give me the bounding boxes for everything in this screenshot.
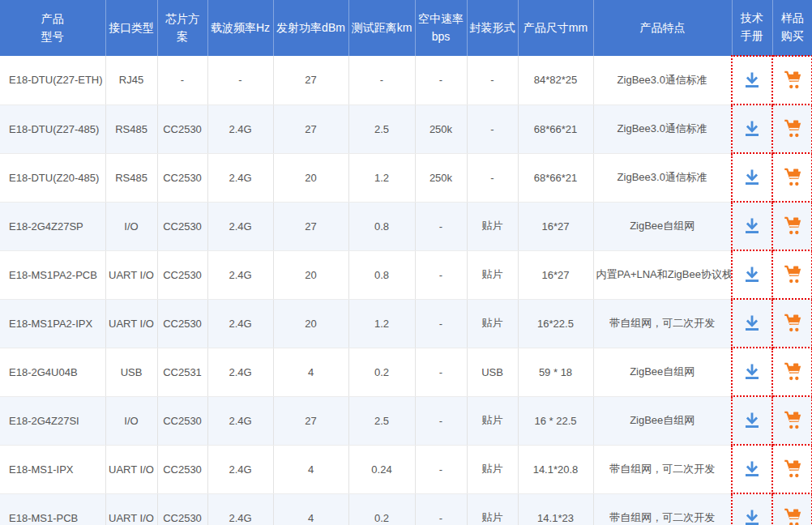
cell-power: 20 [273,299,348,348]
cell-package: - [467,56,518,105]
buy-sample-button[interactable] [773,251,811,298]
download-manual-button[interactable] [733,57,771,104]
cell-distance: 2.5 [348,396,415,445]
column-header-feature: 产品特点 [593,0,732,56]
column-header-power: 发射功率dBm [273,0,348,56]
cell-interface: I/O [105,396,157,445]
cell-air-rate: - [415,56,467,105]
cell-carrier: 2.4G [207,348,273,396]
cell-carrier: 2.4G [207,493,273,525]
cell-interface: UART I/O [105,250,157,299]
column-header-buy: 样品 购买 [772,0,812,56]
table-row: E18-2G4Z27SI I/O CC2530 2.4G 27 2.5 - 贴片… [0,396,812,445]
download-icon [741,264,763,285]
cell-interface: RJ45 [105,56,157,105]
cell-feature: 带自组网，可二次开发 [593,445,732,493]
cell-package: - [467,153,518,202]
cell-model: E18-MS1PA2-PCB [0,250,105,299]
cell-feature: ZigBee3.0通信标准 [593,56,732,105]
cell-feature: ZigBee自组网 [593,396,732,445]
buy-sample-button[interactable] [773,203,811,250]
cart-icon [782,410,803,431]
cell-air-rate: - [415,396,467,445]
table-body: E18-DTU(Z27-ETH) RJ45 - - 27 - - - 84*82… [0,56,812,525]
cell-carrier: 2.4G [207,250,273,299]
download-icon [741,167,763,188]
download-manual-button[interactable] [733,154,771,201]
table-row: E18-DTU(Z27-485) RS485 CC2530 2.4G 27 2.… [0,105,812,153]
download-manual-button[interactable] [733,397,771,444]
table-row: E18-MS1PA2-PCB UART I/O CC2530 2.4G 20 0… [0,250,812,299]
cell-feature: 带自组网，可二次开发 [593,299,732,348]
download-manual-button[interactable] [733,348,771,395]
cell-model: E18-DTU(Z27-ETH) [0,56,105,105]
cell-air-rate: - [415,250,467,299]
buy-sample-button[interactable] [773,105,811,152]
cell-distance: 0.24 [348,445,415,493]
download-icon [741,410,763,431]
cell-model: E18-MS1PA2-IPX [0,299,105,348]
buy-sample-button[interactable] [773,446,811,493]
cell-distance: 0.2 [348,348,415,396]
cell-air-rate: 250k [415,105,467,153]
buy-sample-button[interactable] [773,154,811,201]
cell-size: 16*22.5 [518,299,593,348]
cell-size: 16*27 [518,202,593,250]
cell-distance: 2.5 [348,105,415,153]
buy-sample-button[interactable] [773,397,811,444]
cell-power: 27 [273,396,348,445]
cell-sample-buy [772,445,812,493]
product-spec-table: 产品 型号 接口类型 芯片方案 载波频率Hz 发射功率dBm 测试距离km 空中… [0,0,812,525]
table-row: E18-MS1PA2-IPX UART I/O CC2530 2.4G 20 1… [0,299,812,348]
buy-sample-button[interactable] [773,494,811,525]
cell-model: E18-MS1-PCB [0,493,105,525]
cell-air-rate: - [415,493,467,525]
cart-icon [782,216,803,237]
cell-sample-buy [772,153,812,202]
cell-manual-download [732,250,772,299]
cart-icon [782,118,803,139]
column-header-size: 产品尺寸mm [518,0,593,56]
table-row: E18-2G4U04B USB CC2531 2.4G 4 0.2 - USB … [0,348,812,396]
cell-size: 16 * 22.5 [518,396,593,445]
cell-power: 4 [273,445,348,493]
column-header-carrier: 载波频率Hz [207,0,273,56]
buy-sample-button[interactable] [773,57,811,104]
cell-chip: CC2530 [157,299,207,348]
cell-distance: 1.2 [348,153,415,202]
cell-interface: UART I/O [105,445,157,493]
cell-model: E18-2G4Z27SI [0,396,105,445]
download-manual-button[interactable] [733,494,771,525]
cell-sample-buy [772,348,812,396]
cell-chip: CC2531 [157,348,207,396]
cell-power: 27 [273,202,348,250]
cell-sample-buy [772,105,812,153]
download-manual-button[interactable] [733,300,771,347]
cell-carrier: 2.4G [207,396,273,445]
cell-manual-download [732,396,772,445]
cart-icon [782,459,803,480]
cell-chip: - [157,56,207,105]
download-manual-button[interactable] [733,203,771,250]
cell-sample-buy [772,493,812,525]
download-icon [741,70,763,91]
cell-size: 16*27 [518,250,593,299]
buy-sample-button[interactable] [773,348,811,395]
column-header-interface: 接口类型 [105,0,157,56]
cell-manual-download [732,445,772,493]
cell-size: 59 * 18 [518,348,593,396]
cell-model: E18-DTU(Z20-485) [0,153,105,202]
cell-sample-buy [772,250,812,299]
download-manual-button[interactable] [733,105,771,152]
table-header: 产品 型号 接口类型 芯片方案 载波频率Hz 发射功率dBm 测试距离km 空中… [0,0,812,56]
download-manual-button[interactable] [733,251,771,298]
cell-manual-download [732,105,772,153]
cart-icon [782,264,803,285]
download-manual-button[interactable] [733,446,771,493]
cell-distance: 0.8 [348,250,415,299]
cell-chip: CC2530 [157,105,207,153]
buy-sample-button[interactable] [773,300,811,347]
cell-air-rate: - [415,202,467,250]
column-header-air-rate: 空中速率 bps [415,0,467,56]
cell-carrier: 2.4G [207,153,273,202]
